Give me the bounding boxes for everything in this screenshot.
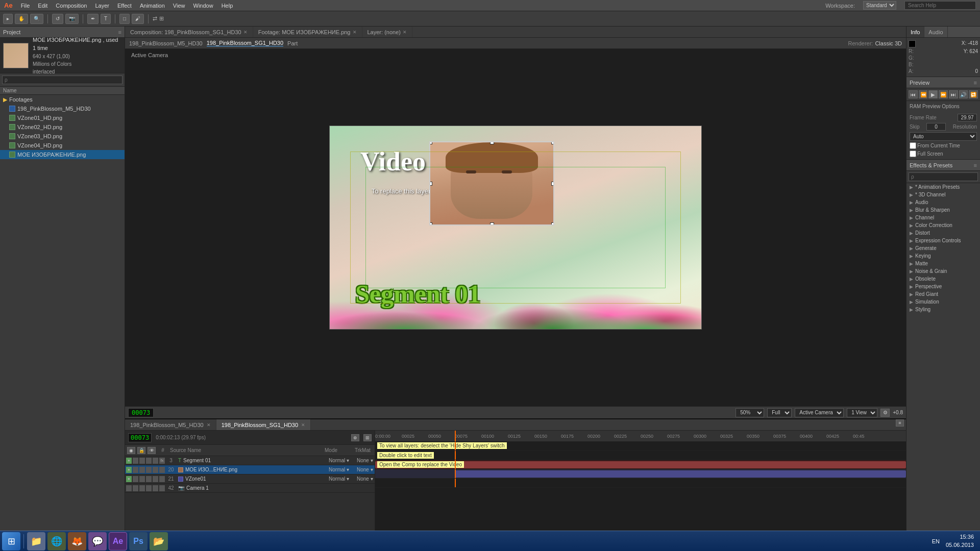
effect-red-giant[interactable]: ▶ Red Giant [906,290,980,298]
file-item-comp[interactable]: 198_PinkBlossom_M5_HD30 [0,104,125,113]
layer-audio-btn-1[interactable] [133,458,138,464]
file-item-vzone04[interactable]: VZone04_HD.png [0,141,125,150]
viewer-subtab-3[interactable]: Part [287,40,298,46]
layer-row-segment01[interactable]: ● fx 3 T Segment 01 [125,456,375,465]
menu-layer[interactable]: Layer [95,3,109,9]
tl-options-btn-1[interactable]: ⊕ [351,434,359,441]
photoshop-taskbar-btn[interactable]: Ps [129,532,148,550]
handle-bottom-middle[interactable] [490,222,494,226]
layer-video-btn-4[interactable] [126,485,132,491]
selection-tool[interactable]: ▸ [3,14,13,24]
playback-options-btn[interactable]: ⚙ [880,409,890,417]
effect-channel[interactable]: ▶ Channel [906,214,980,221]
timeline-tab-1[interactable]: 198_PinkBlossom_M5_HD30 ✕ [125,419,216,430]
resolution-select[interactable]: FullHalf [767,408,792,417]
layer-video-btn-1[interactable]: ● [126,458,132,464]
loop-btn[interactable]: 🔁 [969,90,978,98]
layer-trk-2[interactable]: None ▾ [357,467,375,472]
tab-layer[interactable]: Layer: (none) ✕ [362,27,412,37]
file-item-moe[interactable]: МОЕ ИЗОБРАЖЕНИЕ.png [0,150,125,159]
tl-solo-btn[interactable]: ◉ [127,447,135,454]
pen-tool[interactable]: ✒ [87,14,99,24]
tab-close-icon[interactable]: ✕ [243,30,248,35]
file-item-footages[interactable]: ▶ Footages [0,95,125,104]
effect-perspective[interactable]: ▶ Perspective [906,283,980,290]
view-select[interactable]: 1 View [847,408,877,417]
skip-to-start-btn[interactable]: ⏮ [909,90,918,98]
menu-window[interactable]: Window [193,3,213,9]
effect-3d-channel[interactable]: ▶ * 3D Channel [906,191,980,198]
play-btn[interactable]: ▶ [928,90,938,98]
handle-top-left[interactable] [429,141,432,144]
layer-video-btn-2[interactable]: ● [126,467,132,473]
layer-solo-btn-3[interactable] [139,476,145,482]
layer-effects-btn-1[interactable]: fx [159,458,165,464]
effect-matte[interactable]: ▶ Matte [906,260,980,267]
full-screen-checkbox[interactable] [910,151,916,157]
aftereffects-taskbar-btn[interactable]: Ae [109,532,127,550]
audio-tab[interactable]: Audio [924,27,947,37]
effect-distort[interactable]: ▶ Distort [906,229,980,237]
layer-audio-btn-3[interactable] [133,476,138,482]
layer-effects-btn-4[interactable] [159,485,165,491]
preview-expand-icon[interactable]: ≡ [974,80,977,86]
handle-bottom-left[interactable] [429,222,432,226]
menu-animation[interactable]: Animation [140,3,165,9]
effect-obsolete[interactable]: ▶ Obsolete [906,275,980,283]
tl-tab-close-1[interactable]: ✕ [207,422,211,428]
handle-top-middle[interactable] [490,141,494,144]
tab-comp-198[interactable]: Composition: 198_PinkBlossom_SG1_HD30 ✕ [125,27,253,37]
layer-trk-1[interactable]: None ▾ [357,458,375,463]
start-button[interactable]: ⊞ [2,532,20,550]
layer-lock-btn-4[interactable] [146,485,152,491]
workspace-select[interactable]: Standard [863,1,896,10]
search-help-input[interactable] [904,1,976,10]
explorer-taskbar-btn[interactable]: 📁 [27,532,45,550]
effect-simulation[interactable]: ▶ Simulation [906,298,980,306]
file-item-vzone01[interactable]: VZone01_HD.png [0,113,125,122]
menu-file[interactable]: File [21,3,30,9]
effect-animation-presets[interactable]: ▶ * Animation Presets [906,183,980,191]
layer-solo-btn-1[interactable] [139,458,145,464]
camera-select[interactable]: Active Camera [795,408,844,417]
resolution-select-2[interactable]: AutoFullHalf [910,132,977,141]
layer-effects-btn-3[interactable] [159,476,165,482]
effect-audio[interactable]: ▶ Audio [906,198,980,206]
tab-close-icon[interactable]: ✕ [353,30,357,35]
chrome-taskbar-btn[interactable]: 🌐 [47,532,66,550]
frame-rate-input[interactable] [958,114,977,121]
layer-mode-1[interactable]: Normal ▾ [329,458,357,463]
effect-expression-controls[interactable]: ▶ Expression Controls [906,237,980,244]
viewer-subtab-2[interactable]: 198_PinkBlossom_SG1_HD30 [207,40,283,46]
handle-left-middle[interactable] [429,182,432,186]
hand-tool[interactable]: ✋ [15,14,28,24]
menu-composition[interactable]: Composition [56,3,87,9]
step-back-btn[interactable]: ⏪ [919,90,928,98]
effect-styling[interactable]: ▶ Styling [906,306,980,313]
layer-mode-3[interactable]: Normal ▾ [329,476,357,482]
skip-input[interactable] [926,123,946,131]
zoom-select[interactable]: 50%100% [736,408,764,417]
brush-tool[interactable]: 🖌 [132,14,144,24]
firefox-taskbar-btn[interactable]: 🦊 [68,532,86,550]
viewer-subtab-1[interactable]: 198_PinkBlossom_M5_HD30 [129,40,203,46]
camera-tool[interactable]: 📷 [65,14,79,24]
tl-shy-btn[interactable]: 👁 [148,447,156,454]
timeline-timecode[interactable]: 00073 [128,433,152,442]
layer-shy-btn-4[interactable] [153,485,158,491]
tl-tab-close-2[interactable]: ✕ [301,422,305,428]
browser2-taskbar-btn[interactable]: 📂 [150,532,168,550]
project-menu-icon[interactable]: ≡ [118,29,121,35]
step-forward-btn[interactable]: ⏩ [939,90,948,98]
effect-color-correction[interactable]: ▶ Color Correction [906,221,980,229]
layer-row-moe[interactable]: ● 20 МОЕ ИЗО...ЕНИЕ.png [125,465,375,474]
effects-search-input[interactable] [909,172,978,181]
effect-noise-grain[interactable]: ▶ Noise & Grain [906,267,980,275]
layer-lock-btn-3[interactable] [146,476,152,482]
tl-options-btn-2[interactable]: ⊞ [363,434,372,441]
zoom-tool[interactable]: 🔍 [30,14,43,24]
menu-edit[interactable]: Edit [38,3,47,9]
rotate-tool[interactable]: ↺ [52,14,63,24]
layer-lock-btn-2[interactable] [146,467,152,473]
layer-audio-btn-2[interactable] [133,467,138,473]
